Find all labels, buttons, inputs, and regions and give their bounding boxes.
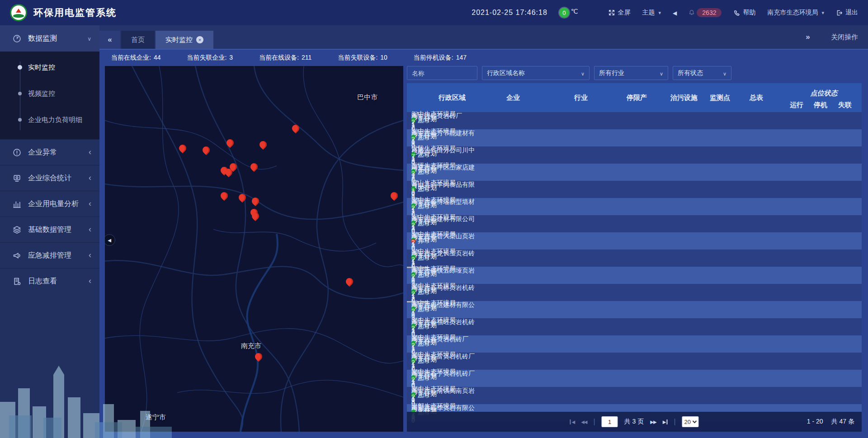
- stat-value: 10: [380, 54, 387, 62]
- sidebar-item-label: 日志查看: [28, 277, 57, 286]
- stat-item: 当前停机设备: 147: [414, 54, 467, 62]
- fullscreen-button[interactable]: 全屏: [608, 9, 631, 17]
- status-filter-select[interactable]: 所有状态: [673, 66, 731, 80]
- close-operations-button[interactable]: 关闭操作: [831, 33, 858, 42]
- industry-filter-select[interactable]: 所有行业: [594, 66, 668, 80]
- col-meters: 总表: [745, 94, 786, 102]
- sidebar-item-log-view[interactable]: 日志查看: [0, 268, 99, 294]
- stat-value: 44: [154, 54, 161, 62]
- table-row[interactable]: 4 高坪生态环境局 南充市高坪区王家店建 砖瓦行业 无计划 正常 3 1 2 2…: [407, 164, 862, 181]
- table-row[interactable]: 17 阆中生态环境局 阆中市江南镇阆南页岩 砖瓦行业 无计划 正常 2 1 0 …: [407, 387, 862, 404]
- pagination-bar: | 共 3 页 | 20: [407, 412, 862, 432]
- stat-item: 当前失联设备: 10: [338, 54, 387, 62]
- sidebar-item-realtime-monitor[interactable]: 实时监控: [0, 54, 99, 80]
- sidebar-item-power-load-detail[interactable]: 企业电力负荷明细: [0, 107, 99, 133]
- table-row[interactable]: 5 营山生态环境局 营山县润丰肉食品有限 食品 无计划 正常 1 0 0 1 0: [407, 181, 862, 198]
- statistics-icon: [13, 174, 22, 183]
- table-row[interactable]: 8 阆中生态环境局 阆中市枣碧大梁山页岩 砖瓦行业 无计划 异常 2 1 3 0…: [407, 232, 862, 250]
- map-panel[interactable]: 巴中市 南充市 遂宁市: [105, 66, 403, 432]
- menu-dot-icon: [18, 118, 22, 122]
- map-city-label: 遂宁市: [146, 413, 166, 421]
- sidebar-item-power-analysis[interactable]: 企业用电量分析: [0, 191, 99, 217]
- sidebar-item-label: 数据监测: [28, 34, 57, 43]
- menu-dot-icon: [18, 92, 22, 95]
- mute-button[interactable]: [673, 9, 677, 16]
- sidebar-item-base-data[interactable]: 基础数据管理: [0, 217, 99, 242]
- tabs-scroll-right-button[interactable]: [797, 28, 818, 46]
- table-row[interactable]: 16 阆中生态环境局 阆中市石子页岩机砖厂 砖瓦行业 无计划 正常 2 1 3 …: [407, 370, 862, 387]
- table-row[interactable]: 13 阆中生态环境局 阆中市金福旺页岩机砖 砖瓦行业 无计划 正常 2 1 3 …: [407, 318, 862, 335]
- tab-realtime-monitor[interactable]: 实时监控: [156, 31, 213, 49]
- next-page-button[interactable]: [650, 419, 656, 424]
- chevron-down-icon: [654, 70, 663, 77]
- col-company: 企业: [502, 94, 570, 102]
- fullscreen-icon: [608, 9, 615, 16]
- notification-button[interactable]: 2632: [689, 8, 722, 17]
- stat-label: 当前在线设备:: [259, 54, 299, 62]
- temperature-badge: 0: [559, 8, 569, 18]
- region-filter-select[interactable]: 行政区域名称: [482, 66, 590, 80]
- help-label: 帮助: [743, 9, 755, 17]
- col-group-point-status: 点位状态: [786, 89, 862, 98]
- sidebar-item-label: 企业用电量分析: [28, 199, 79, 209]
- sidebar-item-enterprise-statistics[interactable]: 企业综合统计: [0, 165, 99, 191]
- table-row[interactable]: 1 阆中生态环境局 阆中强锐页岩砖厂 砖瓦行业 无计划 正常 2 1 1 2 0: [407, 112, 862, 129]
- org-dropdown[interactable]: 南充市生态环境局: [767, 9, 824, 17]
- top-bar: 环保用电监管系统 2021-02-25 17:46:18 0 ℃ 全屏 主题 2…: [0, 0, 868, 25]
- tab-home[interactable]: 首页: [121, 31, 155, 49]
- logout-label: 退出: [845, 9, 858, 17]
- temperature-unit: ℃: [571, 8, 578, 15]
- page-input[interactable]: [602, 416, 618, 427]
- table-row[interactable]: 15 阆中生态环境局 阆中市光富页岩机砖厂 砖瓦行业 无计划 正常 2 1 1 …: [407, 353, 862, 370]
- stat-value: 3: [229, 54, 233, 62]
- bell-icon: [689, 9, 695, 16]
- table-row[interactable]: 2 阆中生态环境局 阆中市南方节能建材有 砖瓦行业 无计划 正常 2 1 0 3…: [407, 129, 862, 146]
- filter-bar: 行政区域名称 所有行业 所有状态: [407, 66, 862, 80]
- map-roads: [105, 66, 403, 432]
- org-label: 南充市生态环境局: [767, 9, 818, 17]
- sidebar-item-label: 应急减排管理: [28, 251, 71, 260]
- stat-label: 当前失联设备:: [338, 54, 377, 62]
- stat-item: 当前在线设备: 211: [259, 54, 311, 62]
- bar-chart-icon: [13, 200, 22, 208]
- datetime: 2021-02-25 17:46:18: [472, 9, 547, 17]
- first-page-button[interactable]: [570, 419, 575, 424]
- table-row[interactable]: 14 阆中生态环境局 阆中大兴页岩机砖厂 砖瓦行业 无计划 正常 2 1 1 2…: [407, 335, 862, 353]
- sidebar-item-data-monitoring[interactable]: 数据监测: [0, 25, 99, 52]
- table-row[interactable]: 11 阆中生态环境局 阆中市五马桥页岩机砖 砖瓦行业 无计划 正常 2 1 1 …: [407, 284, 862, 301]
- tabs-scroll-left-button[interactable]: [99, 31, 120, 49]
- submenu-item-label: 实时监控: [28, 63, 55, 72]
- sidebar-item-enterprise-anomaly[interactable]: 企业异常: [0, 139, 99, 165]
- help-button[interactable]: 帮助: [733, 9, 755, 17]
- previous-page-button[interactable]: [581, 419, 587, 424]
- chevron-left-icon: [89, 252, 91, 259]
- theme-dropdown[interactable]: 主题: [642, 9, 661, 17]
- table-row[interactable]: 6 阆中生态环境局 阆中市金博瑞新型墙材 砖瓦行业 无计划 正常 2 1 1 2…: [407, 198, 862, 215]
- close-tab-icon[interactable]: [196, 36, 203, 43]
- name-filter-input[interactable]: [407, 66, 477, 80]
- page-size-select[interactable]: 20: [682, 416, 699, 427]
- table-row[interactable]: 7 阆中生态环境局 阆中明阳建材有限公司 砖瓦行业 无计划 正常 2 1 3 0…: [407, 215, 862, 232]
- city-name: 南充市: [241, 341, 261, 349]
- sidebar-item-video-monitor[interactable]: 视频监控: [0, 80, 99, 107]
- logout-button[interactable]: 退出: [836, 9, 858, 17]
- table-row[interactable]: 3 仪陇生态环境局 西南油气田分公司川中 化工 无计划 正常 7 1 3 5 0: [407, 146, 862, 164]
- divider: |: [674, 418, 675, 426]
- last-page-button[interactable]: [663, 419, 668, 424]
- chevron-down-icon: [576, 70, 585, 77]
- page-range-label: 1 - 20: [807, 418, 823, 426]
- col-run: 运行: [786, 101, 810, 109]
- sidebar-item-emergency-reduction[interactable]: 应急减排管理: [0, 242, 99, 268]
- table-row[interactable]: 10 阆中生态环境局 阆中千佛镇五郎垭页岩 砖瓦行业 无计划 正常 2 1 0 …: [407, 267, 862, 284]
- region-filter-value: 行政区域名称: [487, 69, 525, 77]
- table-row[interactable]: 12 阆中生态环境局 阆中市忠信建材有限公 砖瓦行业 无计划 正常 2 1 0 …: [407, 301, 862, 318]
- tab-label: 首页: [131, 36, 145, 44]
- sidebar-item-label: 企业异常: [28, 148, 57, 157]
- tab-bar: 首页 实时监控 关闭操作: [99, 25, 868, 50]
- table-row[interactable]: 9 阆中生态环境局 阆中市二龙长宝页岩砖 砖瓦行业 无计划 正常 2 1 1 2…: [407, 250, 862, 267]
- divider: |: [594, 418, 595, 426]
- megaphone-icon: [13, 251, 22, 260]
- chevron-down-icon: [717, 70, 726, 77]
- col-industry: 行业: [570, 94, 622, 102]
- chevron-left-icon: [89, 174, 91, 182]
